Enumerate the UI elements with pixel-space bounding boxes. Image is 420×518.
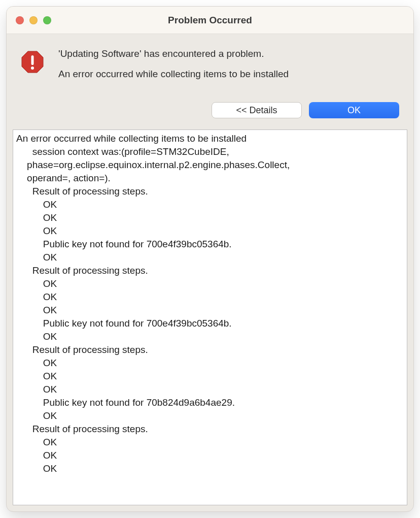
maximize-icon[interactable] bbox=[43, 16, 51, 24]
details-button[interactable]: << Details bbox=[212, 102, 302, 118]
details-text-area[interactable]: An error occurred while collecting items… bbox=[13, 130, 407, 505]
svg-rect-1 bbox=[31, 55, 34, 65]
minimize-icon[interactable] bbox=[29, 16, 38, 24]
dialog-content: 'Updating Software' has encountered a pr… bbox=[7, 34, 413, 90]
error-icon bbox=[21, 48, 44, 76]
message-subtext: An error occurred while collecting items… bbox=[58, 69, 399, 80]
window-title: Problem Occurred bbox=[7, 15, 413, 26]
ok-button[interactable]: OK bbox=[309, 102, 399, 118]
svg-point-2 bbox=[31, 67, 34, 70]
close-icon[interactable] bbox=[16, 16, 24, 24]
details-panel: An error occurred while collecting items… bbox=[7, 120, 413, 511]
message-row: 'Updating Software' has encountered a pr… bbox=[21, 48, 399, 80]
message-text-block: 'Updating Software' has encountered a pr… bbox=[58, 48, 399, 80]
title-bar: Problem Occurred bbox=[7, 7, 413, 34]
dialog-window: Problem Occurred 'Updating Software' has… bbox=[6, 6, 414, 512]
button-row: << Details OK bbox=[7, 90, 413, 120]
window-controls bbox=[16, 16, 51, 24]
message-headline: 'Updating Software' has encountered a pr… bbox=[58, 48, 399, 59]
